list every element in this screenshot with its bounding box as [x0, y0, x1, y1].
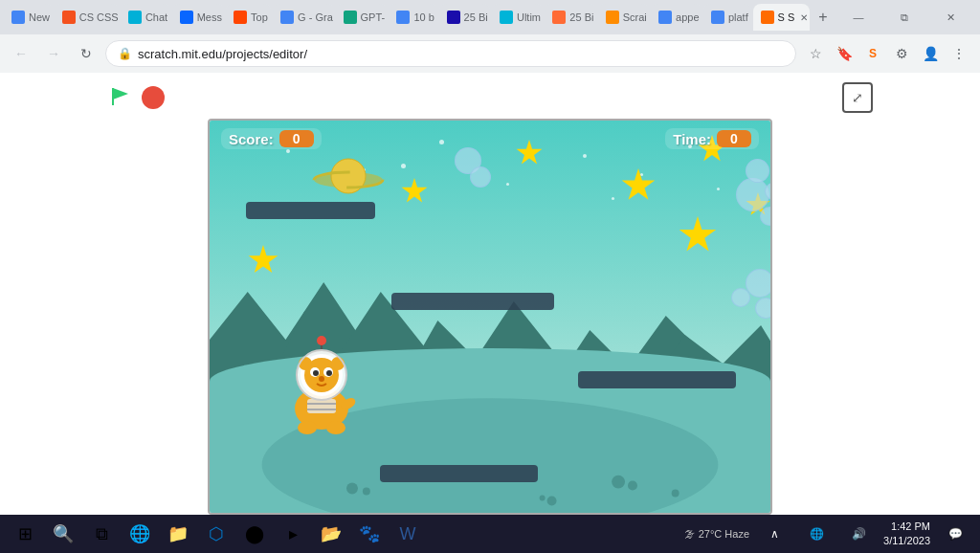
hud: Score: 0 Time: 0: [210, 128, 770, 149]
vs-code-button[interactable]: ⬡: [199, 517, 234, 551]
taskview-button[interactable]: ⧉: [84, 517, 119, 551]
bubble-2: [470, 166, 491, 188]
tab-apps[interactable]: appe: [651, 4, 702, 31]
speck-4: [506, 183, 509, 186]
restore-button[interactable]: ⧉: [882, 4, 926, 31]
time-display: Time: 0: [665, 128, 759, 149]
speck-1: [286, 149, 290, 153]
speck-6: [640, 173, 643, 176]
start-button[interactable]: ⊞: [8, 517, 42, 551]
tab-scrai-favicon: [606, 11, 619, 24]
address-bar-row: ← → ↻ 🔒 scratch.mit.edu/projects/editor/…: [0, 34, 980, 73]
tab-25bi-1[interactable]: 25 Bi: [439, 4, 490, 31]
tab-mess-favicon: [180, 11, 193, 24]
platform-3: [578, 371, 736, 388]
volume-icon[interactable]: 🔊: [841, 517, 876, 551]
back-button[interactable]: ←: [8, 40, 34, 67]
weather-icon: 🌫: [684, 528, 695, 540]
file-explorer-button[interactable]: 📁: [161, 517, 195, 551]
game-canvas: Score: 0 Time: 0: [208, 119, 772, 515]
score-label: Score:: [229, 131, 274, 147]
stop-button[interactable]: [142, 86, 165, 109]
tab-bar: New CS CSS Chat Mess Top G - Gra GPT- 1: [0, 0, 980, 34]
fullscreen-button[interactable]: ⤢: [842, 82, 873, 113]
bubble-5: [760, 207, 772, 226]
new-tab-button[interactable]: +: [812, 4, 835, 31]
extension-icon[interactable]: ⚙: [888, 40, 915, 67]
address-text: scratch.mit.edu/projects/editor/: [138, 47, 784, 61]
current-time: 1:42 PM: [883, 520, 930, 534]
svg-point-12: [346, 483, 358, 495]
tab-plat[interactable]: platf: [703, 4, 751, 31]
terminal-button[interactable]: ▸: [276, 517, 310, 551]
weather-text: 27°C Haze: [699, 528, 749, 540]
time-label: Time:: [673, 131, 711, 147]
tab-new-label: New: [29, 11, 50, 23]
tab-25bi-2[interactable]: 25 Bi: [545, 4, 595, 31]
tab-ultim-label: Ultim: [517, 11, 541, 23]
scratch-top-bar: ⤢: [107, 82, 873, 113]
tab-scrai-label: Scrai: [623, 11, 647, 23]
tab-chat-label: Chat: [145, 11, 167, 23]
tab-ultim[interactable]: Ultim: [492, 4, 543, 31]
tab-gra[interactable]: G - Gra: [273, 4, 333, 31]
address-bar[interactable]: 🔒 scratch.mit.edu/projects/editor/: [105, 40, 796, 67]
tab-10b-favicon: [396, 11, 410, 24]
tab-css-label: CS CSS: [79, 11, 119, 23]
green-flag-button[interactable]: [107, 84, 134, 111]
speck-8: [717, 188, 720, 190]
tab-mess-label: Mess: [197, 11, 222, 23]
tab-chat[interactable]: Chat: [121, 4, 170, 31]
chrome-button[interactable]: ⬤: [237, 517, 272, 551]
scratch-button[interactable]: 🐾: [352, 517, 387, 551]
svg-point-29: [299, 357, 312, 370]
system-tray-up[interactable]: ∧: [757, 517, 791, 551]
tab-gra-label: G - Gra: [298, 11, 333, 23]
explorer-2-button[interactable]: 📂: [314, 517, 348, 551]
menu-icon[interactable]: ⋮: [946, 40, 972, 67]
platform-2: [391, 293, 554, 310]
current-date: 3/11/2023: [883, 534, 930, 548]
taskbar-right: 🌫 27°C Haze ∧ 🌐 🔊 1:42 PM 3/11/2023 💬: [684, 517, 972, 551]
word-button[interactable]: W: [390, 517, 425, 551]
close-button[interactable]: ✕: [928, 4, 972, 31]
extension-s-icon[interactable]: S: [859, 40, 886, 67]
tab-scrai[interactable]: Scrai: [598, 4, 649, 31]
forward-button[interactable]: →: [40, 40, 67, 67]
tab-25bi1-label: 25 Bi: [464, 11, 488, 23]
tab-gpt[interactable]: GPT-: [336, 4, 388, 31]
tab-chat-favicon: [128, 11, 142, 24]
network-icon[interactable]: 🌐: [799, 517, 834, 551]
svg-point-14: [612, 476, 625, 489]
tab-css[interactable]: CS CSS: [55, 4, 119, 31]
minimize-button[interactable]: —: [836, 4, 880, 31]
tab-10b[interactable]: 10 b: [389, 4, 436, 31]
tab-25bi2-label: 25 Bi: [569, 11, 593, 23]
tab-scratch-active[interactable]: S S ✕: [753, 4, 810, 31]
bookmark-star-icon[interactable]: ☆: [802, 40, 829, 67]
tab-close-icon[interactable]: ✕: [800, 12, 808, 23]
tab-new-tab[interactable]: New: [4, 4, 53, 31]
speck-10: [612, 197, 614, 200]
platform-1: [246, 202, 375, 219]
search-button[interactable]: 🔍: [46, 517, 80, 551]
tab-top-label: Top: [251, 11, 268, 23]
page-content: ⤢: [0, 73, 980, 515]
tab-scratch-favicon: [761, 11, 774, 24]
svg-point-30: [331, 357, 345, 370]
svg-point-35: [319, 376, 324, 382]
reload-button[interactable]: ↻: [73, 40, 100, 67]
svg-point-15: [628, 481, 637, 491]
tab-top[interactable]: Top: [226, 4, 271, 31]
notification-button[interactable]: 💬: [938, 517, 972, 551]
svg-point-17: [540, 496, 546, 501]
weather-info: 🌫 27°C Haze: [684, 528, 749, 540]
tab-mess[interactable]: Mess: [172, 4, 224, 31]
tab-25bi1-favicon: [447, 11, 460, 24]
bookmark-icon[interactable]: 🔖: [831, 40, 858, 67]
profile-icon[interactable]: 👤: [917, 40, 944, 67]
time-date-display[interactable]: 1:42 PM 3/11/2023: [883, 520, 930, 549]
tab-new-favicon: [11, 11, 25, 24]
edge-button[interactable]: 🌐: [122, 517, 157, 551]
svg-point-37: [317, 336, 326, 345]
